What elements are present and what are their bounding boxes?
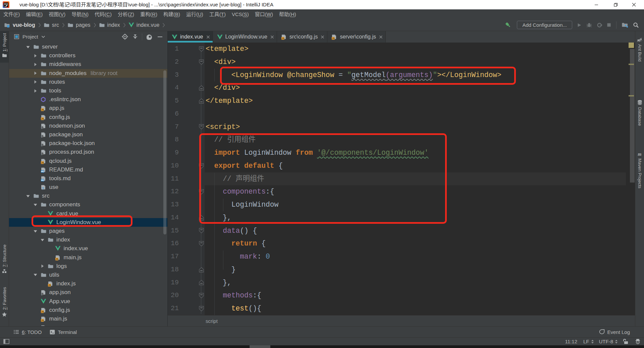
project-panel-header[interactable]: Project xyxy=(9,31,167,42)
tree-item-index[interactable]: index xyxy=(9,235,167,244)
build-hammer-icon[interactable] xyxy=(504,21,511,29)
error-stripe[interactable] xyxy=(626,43,635,315)
code-view[interactable]: <template> <div> <LoginWindow @changeSho… xyxy=(206,43,622,315)
tree-item-logs[interactable]: logs xyxy=(9,262,167,271)
stop-icon[interactable] xyxy=(607,23,611,27)
fold-marker-icon[interactable] xyxy=(199,215,204,221)
tool-window-button-event-log[interactable]: Event Log xyxy=(599,329,630,335)
tab-close-icon[interactable] xyxy=(270,35,274,39)
tree-arrow-expanded-icon[interactable] xyxy=(33,273,38,277)
warning-stripe-mark[interactable] xyxy=(629,64,634,65)
tree-arrow-expanded-icon[interactable] xyxy=(26,194,30,198)
add-configuration-button[interactable]: Add Configuration... xyxy=(517,21,572,29)
editor-tab-index-vue[interactable]: index.vue xyxy=(168,31,213,43)
tree-item-server[interactable]: server xyxy=(9,43,167,51)
tree-arrow-expanded-icon[interactable] xyxy=(33,203,38,207)
tab-close-icon[interactable] xyxy=(379,35,383,39)
editor-scrollbar[interactable] xyxy=(630,49,635,183)
tree-item-main-js[interactable]: JSmain.js xyxy=(9,253,167,262)
tree-arrow-collapsed-icon[interactable] xyxy=(33,62,38,67)
tree-item-process-prod-json[interactable]: {;process.prod.json xyxy=(9,148,167,156)
editor-tab-LoginWindow-vue[interactable]: LoginWindow.vue xyxy=(213,31,277,43)
editor[interactable]: 123456789101112131415161718192021 <templ… xyxy=(168,43,635,315)
menu-B[interactable]: 构建(B) xyxy=(160,9,183,19)
hide-icon[interactable] xyxy=(157,34,163,40)
tree-item-config-js[interactable]: JSconfig.js xyxy=(9,113,167,122)
menu-C[interactable]: 代码(C) xyxy=(92,9,115,19)
tree-item-partial[interactable]: JS xyxy=(9,323,167,326)
tree-item-index-vue[interactable]: index.vue xyxy=(9,244,167,253)
menu-T[interactable]: 工具(T) xyxy=(206,9,229,19)
fold-marker-icon[interactable] xyxy=(199,267,204,273)
menu-F[interactable]: 文件(F) xyxy=(0,9,23,19)
fold-marker-icon[interactable] xyxy=(199,306,204,311)
search-everywhere-icon[interactable] xyxy=(633,22,639,28)
encoding-widget[interactable]: UTF-8 xyxy=(599,339,618,344)
breadcrumb-script[interactable]: script xyxy=(206,318,218,324)
tree-arrow-expanded-icon[interactable] xyxy=(33,229,38,233)
tree-item-components[interactable]: components xyxy=(9,200,167,209)
caret-position[interactable]: 11:12 xyxy=(565,339,577,344)
tree-arrow-collapsed-icon[interactable] xyxy=(33,71,38,75)
window-minimize-button[interactable] xyxy=(589,0,604,9)
fold-marker-icon[interactable] xyxy=(199,59,204,65)
tree-item-controllers[interactable]: controllers xyxy=(9,51,167,60)
coverage-icon[interactable] xyxy=(597,22,602,28)
tree-item-tools[interactable]: tools xyxy=(9,86,167,95)
menu-R[interactable]: 重构(R) xyxy=(137,9,160,19)
toolwindow-toggle-icon[interactable] xyxy=(3,339,9,344)
fold-marker-icon[interactable] xyxy=(199,98,204,104)
tree-item-main-js[interactable]: JSmain.js xyxy=(9,315,167,323)
tree-item-use[interactable]: ?use xyxy=(9,183,167,192)
fold-marker-icon[interactable] xyxy=(199,228,204,233)
hector-inspector-icon[interactable] xyxy=(635,339,641,344)
window-close-button[interactable] xyxy=(627,0,641,9)
chevron-down-icon[interactable] xyxy=(41,36,45,38)
editor-tab-src-config-js[interactable]: JSsrc\config.js xyxy=(277,31,327,43)
breadcrumb-item-index[interactable]: index xyxy=(99,22,120,28)
tool-window-button-database[interactable]: Database xyxy=(635,100,644,126)
menu-N[interactable]: 导航(N) xyxy=(68,9,92,19)
tree-item-config-js[interactable]: JSconfig.js xyxy=(9,306,167,315)
tree-arrow-collapsed-icon[interactable] xyxy=(33,89,38,93)
breadcrumb-item-src[interactable]: src xyxy=(44,22,59,28)
menu-V[interactable]: 视图(V) xyxy=(46,9,68,19)
tree-item-README-md[interactable]: MDREADME.md xyxy=(9,165,167,174)
tree-item-LoginWindow-vue[interactable]: LoginWindow.vue xyxy=(9,218,167,227)
collapse-all-icon[interactable] xyxy=(132,34,138,40)
tree-item-package-lock-json[interactable]: {;package-lock.json xyxy=(9,139,167,148)
fold-marker-icon[interactable] xyxy=(199,189,204,195)
tree-item--eslintrc-json[interactable]: .eslintrc.json xyxy=(9,95,167,104)
tool-window-button-terminal[interactable]: Terminal xyxy=(50,329,77,335)
lock-icon[interactable] xyxy=(623,339,628,344)
editor-breadcrumbs[interactable]: script xyxy=(168,315,635,326)
tree-item-tools-md[interactable]: MDtools.md xyxy=(9,174,167,183)
fold-marker-icon[interactable] xyxy=(199,163,204,169)
tree-scrollbar[interactable] xyxy=(163,70,166,234)
tool-window-button-todo[interactable]: 6: TODO xyxy=(13,329,42,335)
tree-item-utils[interactable]: utils xyxy=(9,271,167,279)
tree-item-pages[interactable]: pages xyxy=(9,227,167,235)
locate-icon[interactable] xyxy=(122,33,128,40)
tree-arrow-collapsed-icon[interactable] xyxy=(33,80,38,84)
tree-item-index-js[interactable]: JSindex.js xyxy=(9,279,167,288)
fold-marker-icon[interactable] xyxy=(199,46,204,52)
inspection-status-square[interactable] xyxy=(629,43,634,48)
tree-item-App-vue[interactable]: App.vue xyxy=(9,297,167,305)
tab-close-icon[interactable] xyxy=(206,35,210,39)
tree-arrow-expanded-icon[interactable] xyxy=(40,238,45,242)
breadcrumb-item-pages[interactable]: pages xyxy=(67,22,91,28)
tree-item-src[interactable]: src xyxy=(9,192,167,200)
breadcrumb-item-vue-blog[interactable]: vue-blog xyxy=(4,22,35,28)
tree-item-qcloud-js[interactable]: JSqcloud.js xyxy=(9,156,167,165)
menu-W[interactable]: 窗口(W) xyxy=(252,9,276,19)
tree-item-app-json[interactable]: {;app.json xyxy=(9,288,167,297)
tool-window-button-project[interactable]: 1: Project xyxy=(0,31,9,63)
editor-tab-server-config-js[interactable]: JSserver\config.js xyxy=(327,31,386,43)
tree-arrow-expanded-icon[interactable] xyxy=(26,45,30,49)
tool-window-button-structure[interactable]: 7: Structure xyxy=(0,245,9,273)
breadcrumb-item-index-vue[interactable]: index.vue xyxy=(128,22,160,28)
warning-stripe-mark[interactable] xyxy=(629,95,634,96)
tree-item-nodemon-json[interactable]: {;nodemon.json xyxy=(9,122,167,130)
menu-E[interactable]: 编辑(E) xyxy=(23,9,46,19)
